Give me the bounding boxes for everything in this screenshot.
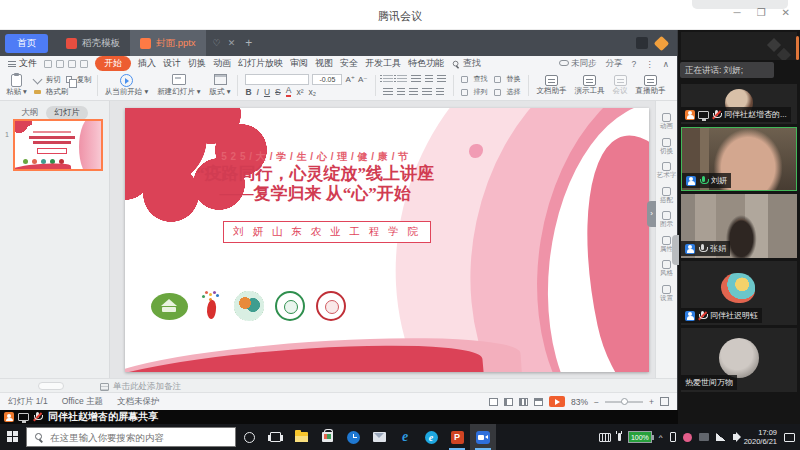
edge-button[interactable]: e xyxy=(392,424,418,450)
rightbar-transition[interactable]: 切换 xyxy=(660,138,673,155)
sync-status[interactable]: 未同步 xyxy=(559,58,597,70)
menu-animation[interactable]: 动画 xyxy=(213,57,231,70)
menu-devtools[interactable]: 开发工具 xyxy=(365,57,401,70)
clock[interactable]: 17:09 2020/6/21 xyxy=(744,428,777,447)
normal-view-icon[interactable] xyxy=(489,398,498,406)
cut-button[interactable]: 剪切 xyxy=(46,75,61,85)
tray-app-icon[interactable] xyxy=(683,433,692,442)
redo-icon[interactable] xyxy=(80,60,88,68)
increase-indent-icon[interactable] xyxy=(425,75,433,83)
font-color-button[interactable]: A xyxy=(286,85,292,97)
decrease-indent-icon[interactable] xyxy=(411,75,421,83)
video-tile-liuyan[interactable]: 刘妍 xyxy=(681,127,797,191)
minimize-icon[interactable]: ─ xyxy=(734,7,741,18)
input-method-icon[interactable] xyxy=(599,433,611,442)
notes-placeholder[interactable]: 单击此处添加备注 xyxy=(100,381,181,393)
panel-collapse-handle[interactable]: › xyxy=(647,201,656,227)
menu-file[interactable]: 文件 xyxy=(8,57,37,70)
message-icon[interactable] xyxy=(636,37,648,49)
strikethrough-button[interactable]: S xyxy=(275,87,281,97)
increase-font-icon[interactable]: A⁺ xyxy=(345,75,355,84)
task-view-button[interactable] xyxy=(262,424,288,450)
zoom-slider[interactable] xyxy=(605,401,643,403)
phone-icon[interactable] xyxy=(670,432,676,442)
rightbar-diagram[interactable]: 图示 xyxy=(660,211,673,228)
rightbar-match[interactable]: 搭配 xyxy=(660,187,673,204)
superscript-button[interactable]: x² xyxy=(296,87,303,97)
notification-center-icon[interactable] xyxy=(784,433,795,442)
powerpoint-button[interactable]: P xyxy=(444,424,470,450)
select-button[interactable]: 选择 xyxy=(507,87,521,97)
zoom-slider-knob[interactable] xyxy=(621,398,628,405)
rightbar-animation[interactable]: 动画 xyxy=(660,113,673,130)
tray-expand-icon[interactable]: ^ xyxy=(659,433,663,442)
sidebar-collapse-handle[interactable] xyxy=(672,235,679,265)
network-icon[interactable] xyxy=(716,433,726,441)
columns-icon[interactable] xyxy=(436,88,444,96)
favorite-icon[interactable]: ♡ xyxy=(213,38,221,48)
font-size-input[interactable] xyxy=(312,74,342,85)
sorter-view-icon[interactable] xyxy=(519,398,528,406)
taskbar-search[interactable] xyxy=(26,427,236,447)
copy-button[interactable]: 复制 xyxy=(77,75,92,85)
menu-slideshow[interactable]: 幻灯片放映 xyxy=(238,57,283,70)
start-button[interactable] xyxy=(0,424,26,450)
bullet-list-icon[interactable] xyxy=(383,75,393,83)
find-button[interactable]: 查找 xyxy=(474,74,488,84)
clock-app-button[interactable] xyxy=(340,424,366,450)
reading-view-icon[interactable] xyxy=(534,398,543,406)
menu-security[interactable]: 安全 xyxy=(340,57,358,70)
rightbar-wordart[interactable]: 艺术字 xyxy=(657,162,677,179)
close-icon[interactable]: ✕ xyxy=(782,7,790,18)
meeting-button[interactable]: 会议 xyxy=(612,73,629,98)
slideshow-button[interactable] xyxy=(549,396,565,407)
print-icon[interactable] xyxy=(56,60,64,68)
close-tab-icon[interactable]: ✕ xyxy=(228,38,236,48)
protection-status[interactable]: 文档未保护 xyxy=(117,396,160,408)
tencent-meeting-button[interactable] xyxy=(470,424,496,450)
slide[interactable]: 5 2 5 / 大 / 学 / 生 / 心 / 理 / 健 / 康 / 节 “疫… xyxy=(125,108,649,372)
outline-view-icon[interactable] xyxy=(504,398,513,406)
menu-review[interactable]: 审阅 xyxy=(290,57,308,70)
bold-button[interactable]: B xyxy=(245,87,251,97)
undo-icon[interactable] xyxy=(68,60,76,68)
file-explorer-button[interactable] xyxy=(288,424,314,450)
live-helper-button[interactable]: 直播助手 xyxy=(635,73,667,98)
tab-outline[interactable]: 大纲 xyxy=(21,107,38,119)
theme-name[interactable]: Office 主题 xyxy=(62,396,103,408)
tab-slides[interactable]: 幻灯片 xyxy=(46,106,88,120)
arrange-button[interactable]: 排列 xyxy=(474,87,488,97)
subscript-button[interactable]: x₂ xyxy=(309,87,317,97)
justify-icon[interactable] xyxy=(422,88,432,96)
italic-button[interactable]: I xyxy=(257,87,259,97)
video-tile-zhangjuan[interactable]: 张娟 xyxy=(681,194,797,258)
more-icon[interactable]: ⋮ xyxy=(645,59,654,69)
fullscreen-icon[interactable] xyxy=(660,397,669,406)
play-from-current-button[interactable]: 从当前开始 ▾ xyxy=(103,73,150,98)
cortana-button[interactable] xyxy=(236,424,262,450)
video-tile-partial[interactable] xyxy=(681,32,797,60)
tray-app2-icon[interactable] xyxy=(699,433,709,441)
decrease-font-icon[interactable]: A⁻ xyxy=(358,75,368,84)
format-painter-button[interactable]: 格式刷 xyxy=(46,87,69,97)
wps-home-tab[interactable]: 首页 xyxy=(5,34,48,53)
battery-indicator[interactable]: 100% xyxy=(628,431,652,443)
rightbar-settings[interactable]: 设置 xyxy=(660,285,673,302)
tab-document[interactable]: 封面.pptx xyxy=(130,30,206,56)
slide-canvas[interactable]: 5 2 5 / 大 / 学 / 生 / 心 / 理 / 健 / 康 / 节 “疫… xyxy=(110,101,655,378)
paste-button[interactable]: 粘贴 ▾ xyxy=(4,73,29,98)
video-tile-reai[interactable]: 热爱世间万物 xyxy=(681,328,797,392)
numbered-list-icon[interactable] xyxy=(397,75,407,83)
new-slide-button[interactable]: 新建幻灯片 ▾ xyxy=(155,73,202,98)
slide-thumbnail[interactable] xyxy=(13,119,103,171)
doc-assistant-button[interactable]: 文档助手 xyxy=(536,73,568,98)
find-command[interactable]: 查找 xyxy=(451,57,481,70)
rightbar-style[interactable]: 风格 xyxy=(660,260,673,277)
store-button[interactable] xyxy=(314,424,340,450)
new-tab-icon[interactable]: + xyxy=(245,36,252,50)
share-button[interactable]: 分享 xyxy=(606,58,623,70)
maximize-icon[interactable]: ❐ xyxy=(757,7,766,18)
mail-button[interactable] xyxy=(366,424,392,450)
collapse-ribbon-icon[interactable]: ∧ xyxy=(663,59,669,69)
align-center-icon[interactable] xyxy=(397,88,405,96)
